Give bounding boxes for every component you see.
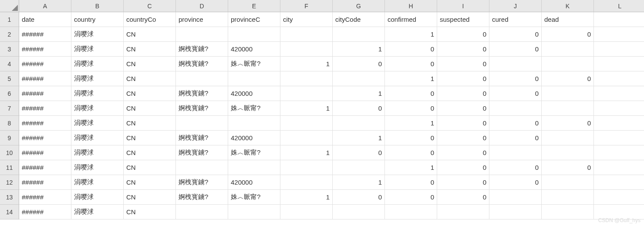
data-cell[interactable] bbox=[489, 205, 542, 219]
data-cell[interactable]: 0 bbox=[437, 27, 489, 42]
data-cell[interactable]: 姝︿眽甯? bbox=[228, 145, 280, 160]
data-cell[interactable]: 1 bbox=[333, 86, 385, 101]
data-cell[interactable]: 0 bbox=[489, 42, 542, 57]
data-cell[interactable]: ###### bbox=[19, 86, 71, 101]
row-header[interactable]: 5 bbox=[0, 71, 19, 86]
row-header[interactable]: 12 bbox=[0, 175, 19, 190]
data-cell[interactable] bbox=[594, 116, 644, 131]
data-cell[interactable]: 0 bbox=[437, 160, 489, 175]
data-cell[interactable]: 涓嘤浗 bbox=[71, 190, 124, 205]
data-cell[interactable] bbox=[594, 190, 644, 205]
data-cell[interactable]: 婀栧寳鐪? bbox=[176, 145, 228, 160]
data-cell[interactable]: ###### bbox=[19, 205, 71, 219]
data-cell[interactable]: ###### bbox=[19, 160, 71, 175]
data-cell[interactable]: 0 bbox=[437, 101, 489, 116]
header-cell[interactable]: city bbox=[280, 12, 333, 27]
data-cell[interactable] bbox=[594, 27, 644, 42]
data-cell[interactable] bbox=[280, 116, 333, 131]
data-cell[interactable]: 0 bbox=[542, 116, 594, 131]
data-cell[interactable] bbox=[228, 116, 280, 131]
data-cell[interactable]: 0 bbox=[333, 190, 385, 205]
data-cell[interactable]: 0 bbox=[437, 42, 489, 57]
data-cell[interactable]: 涓嘤浗 bbox=[71, 71, 124, 86]
data-cell[interactable]: ###### bbox=[19, 27, 71, 42]
data-cell[interactable]: 0 bbox=[437, 175, 489, 190]
data-cell[interactable]: 婀栧寳鐪? bbox=[176, 42, 228, 57]
header-cell[interactable] bbox=[594, 12, 644, 27]
data-cell[interactable]: 0 bbox=[437, 116, 489, 131]
row-header[interactable]: 2 bbox=[0, 27, 19, 42]
data-cell[interactable]: 0 bbox=[542, 27, 594, 42]
data-cell[interactable] bbox=[594, 86, 644, 101]
data-cell[interactable]: 姝︿眽甯? bbox=[228, 101, 280, 116]
row-header[interactable]: 1 bbox=[0, 12, 19, 27]
data-cell[interactable]: ###### bbox=[19, 71, 71, 86]
data-cell[interactable]: 0 bbox=[385, 145, 437, 160]
row-header[interactable]: 9 bbox=[0, 131, 19, 145]
data-cell[interactable]: 涓嘤浗 bbox=[71, 42, 124, 57]
data-cell[interactable] bbox=[542, 175, 594, 190]
data-cell[interactable]: 1 bbox=[385, 27, 437, 42]
data-cell[interactable]: 0 bbox=[489, 131, 542, 145]
column-header[interactable]: F bbox=[280, 0, 333, 12]
data-cell[interactable]: CN bbox=[124, 145, 176, 160]
data-cell[interactable] bbox=[542, 57, 594, 71]
data-cell[interactable]: 0 bbox=[437, 86, 489, 101]
data-cell[interactable]: 1 bbox=[333, 175, 385, 190]
data-cell[interactable] bbox=[280, 175, 333, 190]
column-header[interactable]: E bbox=[228, 0, 280, 12]
data-cell[interactable]: 姝︿眽甯? bbox=[228, 190, 280, 205]
data-cell[interactable]: CN bbox=[124, 42, 176, 57]
data-cell[interactable]: ###### bbox=[19, 131, 71, 145]
column-header[interactable]: A bbox=[19, 0, 71, 12]
data-cell[interactable]: 姝︿眽甯? bbox=[228, 57, 280, 71]
header-cell[interactable]: date bbox=[19, 12, 71, 27]
data-cell[interactable] bbox=[333, 27, 385, 42]
column-header[interactable]: D bbox=[176, 0, 228, 12]
data-cell[interactable]: 婀栧寳鐪? bbox=[176, 101, 228, 116]
data-cell[interactable] bbox=[228, 160, 280, 175]
data-cell[interactable]: 婀栧寳鐪? bbox=[176, 131, 228, 145]
data-cell[interactable]: 0 bbox=[437, 145, 489, 160]
data-cell[interactable]: CN bbox=[124, 190, 176, 205]
data-cell[interactable]: 涓嘤浗 bbox=[71, 101, 124, 116]
data-cell[interactable]: 0 bbox=[437, 190, 489, 205]
data-cell[interactable]: 1 bbox=[333, 131, 385, 145]
header-cell[interactable]: suspected bbox=[437, 12, 489, 27]
data-cell[interactable]: 0 bbox=[489, 160, 542, 175]
data-cell[interactable]: 420000 bbox=[228, 42, 280, 57]
data-cell[interactable] bbox=[542, 86, 594, 101]
data-cell[interactable]: 420000 bbox=[228, 86, 280, 101]
data-cell[interactable]: CN bbox=[124, 71, 176, 86]
column-header[interactable]: I bbox=[437, 0, 489, 12]
data-cell[interactable] bbox=[333, 71, 385, 86]
data-cell[interactable]: 涓嘤浗 bbox=[71, 131, 124, 145]
data-cell[interactable] bbox=[176, 27, 228, 42]
data-cell[interactable] bbox=[542, 101, 594, 116]
data-cell[interactable]: 0 bbox=[437, 71, 489, 86]
data-cell[interactable] bbox=[176, 160, 228, 175]
row-header[interactable]: 8 bbox=[0, 116, 19, 131]
data-cell[interactable]: 0 bbox=[385, 57, 437, 71]
data-cell[interactable]: ###### bbox=[19, 101, 71, 116]
data-cell[interactable]: 1 bbox=[385, 160, 437, 175]
data-cell[interactable]: 0 bbox=[333, 145, 385, 160]
data-cell[interactable]: 1 bbox=[385, 116, 437, 131]
data-cell[interactable] bbox=[280, 86, 333, 101]
data-cell[interactable] bbox=[280, 42, 333, 57]
spreadsheet-grid[interactable]: ABCDEFGHIJKL1datecountrycountryCoprovinc… bbox=[0, 0, 644, 219]
data-cell[interactable]: ###### bbox=[19, 145, 71, 160]
data-cell[interactable] bbox=[437, 205, 489, 219]
data-cell[interactable] bbox=[594, 160, 644, 175]
data-cell[interactable] bbox=[228, 205, 280, 219]
data-cell[interactable]: 420000 bbox=[228, 131, 280, 145]
data-cell[interactable]: 1 bbox=[385, 71, 437, 86]
data-cell[interactable]: ###### bbox=[19, 42, 71, 57]
data-cell[interactable]: 涓嘤浗 bbox=[71, 205, 124, 219]
data-cell[interactable]: 涓嘤浗 bbox=[71, 27, 124, 42]
data-cell[interactable]: 婀栧寳鐪? bbox=[176, 190, 228, 205]
data-cell[interactable] bbox=[176, 116, 228, 131]
data-cell[interactable] bbox=[594, 175, 644, 190]
data-cell[interactable]: 涓嘤浗 bbox=[71, 57, 124, 71]
data-cell[interactable]: 1 bbox=[333, 42, 385, 57]
